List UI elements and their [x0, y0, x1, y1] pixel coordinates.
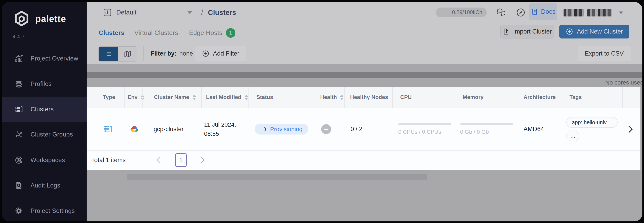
map-view-icon: [124, 50, 132, 58]
tab-label: Edge Hosts: [189, 29, 222, 37]
pagination-next-icon[interactable]: [198, 157, 204, 163]
export-to-csv-button[interactable]: Export to CSV: [578, 46, 631, 61]
table-header-row: Type Env Cluster Name Last Modified Stat…: [86, 87, 640, 108]
list-view-button[interactable]: [99, 47, 118, 61]
user-account-menu[interactable]: [564, 9, 612, 17]
clusters-icon: [15, 105, 23, 113]
column-label: Architecture: [524, 94, 556, 100]
breadcrumb: / Clusters: [201, 2, 236, 23]
workspaces-icon: [15, 156, 23, 164]
column-header-status[interactable]: Status: [248, 87, 309, 108]
table-row[interactable]: gcp-cluster 11 Jul 2024, 08:55 Provision…: [86, 108, 640, 150]
sidebar-item-cluster-groups[interactable]: Cluster Groups: [2, 122, 86, 147]
cores-used-note: No cores used.: [605, 79, 642, 86]
column-label: Tags: [570, 94, 582, 100]
sort-icon[interactable]: [192, 95, 196, 100]
tab-virtual-clusters[interactable]: Virtual Clusters: [134, 23, 178, 43]
cpu-meter: 0 CPUs / 0 CPUs: [398, 123, 452, 135]
sidebar-item-clusters[interactable]: Clusters: [2, 97, 86, 122]
top-bar: Default / Clusters 0.29/100kCh: [86, 2, 642, 23]
sidebar-item-audit-logs[interactable]: Audit Logs: [2, 173, 86, 198]
clusters-table: Type Env Cluster Name Last Modified Stat…: [86, 87, 640, 170]
map-view-button[interactable]: [118, 47, 137, 61]
tab-edge-hosts[interactable]: Edge Hosts 1: [189, 23, 236, 43]
pagination-prev-icon[interactable]: [156, 157, 162, 163]
last-modified-time: 08:55: [204, 129, 236, 138]
project-overview-icon: [15, 54, 23, 63]
edge-hosts-count-badge: 1: [226, 28, 236, 38]
project-chevron-down-icon[interactable]: [187, 11, 192, 14]
list-view-icon: [104, 50, 112, 58]
sidebar-item-workspaces[interactable]: Workspaces: [2, 147, 86, 173]
pagination-page-1[interactable]: 1: [175, 153, 187, 167]
filter-by: Filter by: none: [150, 43, 193, 64]
cell-tags: app: hello-univ… …: [560, 108, 622, 150]
cell-cluster-name[interactable]: gcp-cluster: [142, 108, 201, 150]
sidebar-item-profiles[interactable]: Profiles: [2, 71, 86, 97]
brand-logo: palette: [13, 10, 66, 27]
column-header-tags[interactable]: Tags: [560, 87, 622, 108]
project-switcher[interactable]: Default: [103, 2, 136, 23]
tab-clusters[interactable]: Clusters: [99, 23, 124, 43]
column-header-env[interactable]: Env: [124, 87, 142, 108]
screen: palette 4.4.7 Project Overview Profiles: [0, 0, 644, 223]
usage-badge: 0.29/100kCh: [436, 8, 487, 17]
cell-type: [86, 108, 124, 150]
cell-status: Provisioning: [248, 108, 309, 150]
sort-icon[interactable]: [340, 95, 344, 100]
sidebar-item-label: Project Overview: [30, 55, 78, 62]
column-header-cluster-name[interactable]: Cluster Name: [142, 87, 201, 108]
add-new-cluster-button[interactable]: Add New Cluster: [560, 25, 629, 39]
column-header-last-modified[interactable]: Last Modified: [201, 87, 248, 108]
user-name-redacted: [564, 9, 584, 17]
page-number: 1: [179, 156, 182, 164]
palette-logo-icon: [13, 10, 30, 27]
horizontal-scrollbar-thumb[interactable]: [128, 174, 427, 180]
column-header-health[interactable]: Health: [309, 87, 344, 108]
cell-architecture: AMD64: [517, 108, 560, 150]
column-header-cpu[interactable]: CPU: [392, 87, 454, 108]
cluster-type-icon: [103, 125, 112, 134]
export-csv-label: Export to CSV: [585, 50, 624, 57]
gcp-cloud-icon: [130, 126, 139, 133]
column-label: Memory: [463, 94, 484, 100]
cell-env: [124, 108, 142, 150]
memory-usage-label: 0 Gb / 0 Gb: [460, 129, 513, 135]
column-header-architecture[interactable]: Architecture: [517, 87, 560, 108]
plus-circle-icon: [202, 50, 210, 57]
compass-icon[interactable]: [516, 8, 526, 17]
spinner-icon: [260, 126, 266, 132]
import-cluster-button[interactable]: Import Cluster: [500, 25, 554, 39]
more-tags-button[interactable]: …: [566, 131, 580, 141]
status-badge: Provisioning: [255, 124, 308, 134]
main-content: Default / Clusters 0.29/100kCh: [86, 2, 642, 221]
column-header-healthy-nodes[interactable]: Healthy Nodes: [344, 87, 392, 108]
cluster-groups-icon: [15, 130, 23, 139]
sidebar-item-project-settings[interactable]: Project Settings: [2, 198, 86, 221]
app-version: 4.4.7: [13, 34, 25, 40]
chat-icon[interactable]: [496, 8, 505, 17]
user-chevron-down-icon[interactable]: [619, 12, 623, 14]
view-toggle: [99, 47, 137, 61]
column-header-type[interactable]: Type: [86, 87, 124, 108]
cluster-name: gcp-cluster: [154, 126, 184, 133]
memory-meter: 0 Gb / 0 Gb: [460, 123, 513, 135]
more-tags-label: …: [570, 133, 576, 139]
tag-chip[interactable]: app: hello-univ…: [566, 117, 618, 128]
sort-icon[interactable]: [244, 95, 248, 100]
column-header-memory[interactable]: Memory: [454, 87, 517, 108]
sidebar-item-project-overview[interactable]: Project Overview: [2, 46, 86, 71]
import-cluster-label: Import Cluster: [513, 28, 552, 35]
add-filter-button[interactable]: Add Filter: [195, 46, 246, 61]
row-chevron-right-icon[interactable]: [626, 126, 633, 133]
column-label: Type: [103, 94, 115, 100]
horizontal-scrollbar-top[interactable]: [86, 72, 642, 78]
docs-label: Docs: [541, 8, 556, 15]
status-label: Provisioning: [270, 126, 302, 133]
app-window: palette 4.4.7 Project Overview Profiles: [2, 2, 642, 221]
docs-button[interactable]: Docs: [529, 3, 558, 20]
sidebar-item-label: Cluster Groups: [30, 131, 73, 138]
last-modified-date: 11 Jul 2024,: [204, 120, 236, 129]
cell-health: [309, 108, 344, 150]
cpu-progress-bar: [398, 123, 452, 125]
